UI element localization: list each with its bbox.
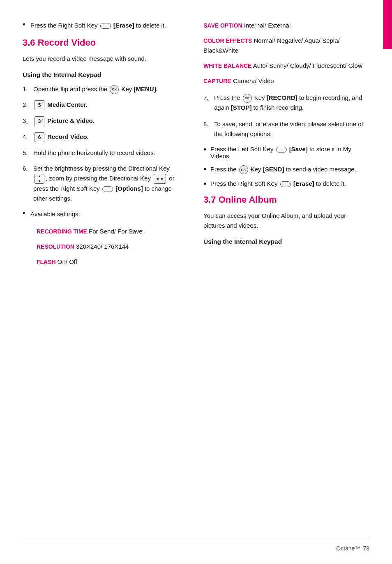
setting-save-option: SAVE OPTION Internal/ External xyxy=(203,21,364,30)
section-3-6-heading: 3.6 Record Video xyxy=(23,37,183,48)
step-7-num: 7. xyxy=(203,93,214,103)
right-bullet-send: • Press the OK Key [SEND] to send a vide… xyxy=(203,165,364,174)
right-tab xyxy=(383,0,392,49)
setting-color-effects: COLOR EFFECTS Normal/ Negative/ Aqua/ Se… xyxy=(203,36,364,55)
setting-resolution: RESOLUTION 320X240/ 176X144 xyxy=(37,242,183,251)
flash-value: On/ Off xyxy=(58,258,77,265)
step-5-num: 5. xyxy=(23,148,33,158)
section-3-6-desc: Lets you record a video message with sou… xyxy=(23,54,183,64)
step-4-content: 6 Record Video. xyxy=(33,132,183,142)
right-bullet-dot-1: • xyxy=(203,145,206,154)
section-3-7-desc: You can access your Online Album, and up… xyxy=(203,211,364,231)
settings-left: RECORDING TIME For Send/ For Save RESOLU… xyxy=(23,227,183,267)
bullet-dot-2: • xyxy=(23,208,25,218)
white-balance-label: WHITE BALANCE xyxy=(203,62,251,69)
step-7-content: Press the OK Key [RECORD] to begin recor… xyxy=(214,93,364,113)
step-3-content: 3# Picture & Video. xyxy=(33,116,183,126)
step-5: 5. Hold the phone horizontally to record… xyxy=(23,148,183,158)
dir-key-left-right: ◄ ► xyxy=(154,174,166,184)
sub-heading-keypad-2: Using the Internal Keypad xyxy=(203,238,364,245)
intro-bullet-text: Press the Right Soft Key [Erase] to dele… xyxy=(30,21,166,30)
right-column: SAVE OPTION Internal/ External COLOR EFF… xyxy=(195,21,364,539)
step-5-content: Hold the phone horizontally to record vi… xyxy=(33,148,183,158)
ok-key-icon-3: OK xyxy=(243,94,252,103)
footer-brand: Octane™ xyxy=(336,545,360,552)
white-balance-value: Auto/ Sunny/ Cloudy/ Fluorescent/ Glow xyxy=(253,62,362,69)
setting-recording-time: RECORDING TIME For Send/ For Save xyxy=(37,227,183,236)
step-6-num: 6. xyxy=(23,164,33,173)
settings-right: SAVE OPTION Internal/ External COLOR EFF… xyxy=(203,21,364,86)
right-bullet-erase-text: Press the Right Soft Key [Erase] to dele… xyxy=(210,180,346,187)
available-settings-bullet: • Available settings: xyxy=(23,209,183,219)
step-2-content: 5* Media Center. xyxy=(33,100,183,110)
key-6: 6 xyxy=(35,132,44,142)
right-bullet-dot-2: • xyxy=(203,164,206,174)
right-bullet-dot-3: • xyxy=(203,179,206,189)
save-option-value: Internal/ External xyxy=(244,22,291,29)
save-option-label: SAVE OPTION xyxy=(203,22,242,29)
right-soft-key-icon-3 xyxy=(280,181,291,187)
step-7: 7. Press the OK Key [RECORD] to begin re… xyxy=(203,93,364,113)
right-bullet-save-text: Press the Left Soft Key [Save] to store … xyxy=(210,146,364,159)
step-1-content: Open the flip and press the OK Key [MENU… xyxy=(33,84,183,94)
right-soft-key-icon-2 xyxy=(102,186,113,192)
bullet-dot: • xyxy=(23,20,25,29)
step-8-content: To save, send, or erase the video, pleas… xyxy=(214,119,364,139)
step-6: 6. Set the brightness by pressing the Di… xyxy=(23,164,183,203)
setting-capture: CAPTURE Camera/ Video xyxy=(203,76,364,86)
right-soft-key-icon xyxy=(100,23,111,29)
step-8: 8. To save, send, or erase the video, pl… xyxy=(203,119,364,139)
intro-bullet: • Press the Right Soft Key [Erase] to de… xyxy=(23,21,183,30)
setting-white-balance: WHITE BALANCE Auto/ Sunny/ Cloudy/ Fluor… xyxy=(203,61,364,70)
step-3: 3. 3# Picture & Video. xyxy=(23,116,183,126)
step-4-num: 4. xyxy=(23,132,33,142)
ok-key-icon-4: OK xyxy=(239,165,248,174)
step-2: 2. 5* Media Center. xyxy=(23,100,183,110)
recording-time-label: RECORDING TIME xyxy=(37,228,87,235)
dir-key-up-down: ▲▼ xyxy=(35,174,44,184)
footer-page-num: 79 xyxy=(363,545,369,552)
ok-key-icon: OK xyxy=(110,85,119,94)
capture-label: CAPTURE xyxy=(203,78,231,84)
available-settings-label: Available settings: xyxy=(30,209,80,219)
recording-time-value: For Send/ For Save xyxy=(89,228,143,235)
resolution-value: 320X240/ 176X144 xyxy=(76,243,129,250)
key-5: 5* xyxy=(35,100,44,110)
setting-flash: FLASH On/ Off xyxy=(37,257,183,266)
step-2-num: 2. xyxy=(23,100,33,110)
step-1: 1. Open the flip and press the OK Key [M… xyxy=(23,84,183,94)
erase-label: [Erase] xyxy=(113,22,134,29)
left-soft-key-icon xyxy=(276,147,287,153)
right-bullet-erase: • Press the Right Soft Key [Erase] to de… xyxy=(203,180,364,189)
right-bullet-send-text: Press the OK Key [SEND] to send a video … xyxy=(210,165,356,174)
page-footer: Octane™ 79 xyxy=(336,545,369,552)
flash-label: FLASH xyxy=(37,259,56,265)
capture-value: Camera/ Video xyxy=(233,77,274,84)
color-effects-label: COLOR EFFECTS xyxy=(203,37,252,44)
step-3-num: 3. xyxy=(23,116,33,126)
resolution-label: RESOLUTION xyxy=(37,243,74,250)
step-6-content: Set the brightness by pressing the Direc… xyxy=(33,164,183,203)
left-column: • Press the Right Soft Key [Erase] to de… xyxy=(23,21,195,539)
right-bullet-save: • Press the Left Soft Key [Save] to stor… xyxy=(203,146,364,159)
footer-divider xyxy=(23,537,369,537)
page-container: • Press the Right Soft Key [Erase] to de… xyxy=(0,0,392,564)
key-3: 3# xyxy=(35,116,44,126)
section-3-7-heading: 3.7 Online Album xyxy=(203,194,364,205)
step-1-num: 1. xyxy=(23,84,33,94)
step-4: 4. 6 Record Video. xyxy=(23,132,183,142)
step-8-num: 8. xyxy=(203,119,214,129)
sub-heading-keypad: Using the Internal Keypad xyxy=(23,71,183,79)
